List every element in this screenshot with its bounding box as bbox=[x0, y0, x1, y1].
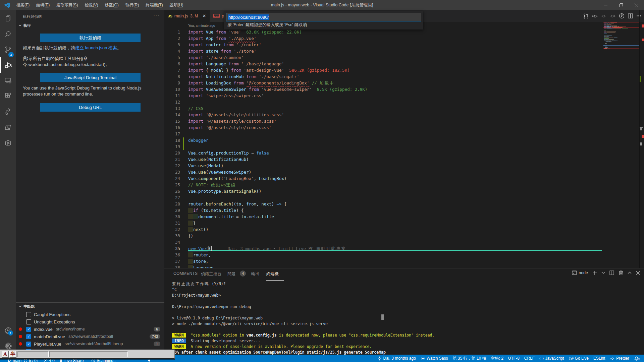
breakpoint-dot bbox=[19, 335, 22, 338]
sidebar-title: 執行與偵錯 bbox=[23, 14, 42, 19]
menu-T[interactable]: 終端機(T) bbox=[142, 0, 166, 10]
status--2[interactable]: 空格: 2 bbox=[488, 356, 505, 361]
split-editor-icon[interactable] bbox=[628, 13, 633, 18]
code-line: 7import { Modal } from 'ant-design-vue' … bbox=[164, 67, 603, 73]
create-launch-json-link[interactable]: 建立 launch.json 檔案 bbox=[75, 45, 117, 50]
open-changes-icon[interactable] bbox=[583, 13, 589, 19]
code-token: meta bbox=[249, 214, 259, 219]
debug-url-button[interactable]: Debug URL bbox=[40, 103, 141, 112]
menu-V[interactable]: 檢視(V) bbox=[81, 0, 101, 10]
js-debug-terminal-button[interactable]: JavaScript Debug Terminal bbox=[40, 73, 141, 82]
activity-explorer-icon[interactable] bbox=[0, 11, 16, 26]
breakpoint-checkbox[interactable]: ✓ bbox=[26, 342, 31, 347]
run-and-debug-button[interactable]: 執行並偵錯 bbox=[40, 34, 141, 42]
panel-tab-terminal[interactable]: 終端機 bbox=[266, 271, 279, 277]
breakpoint-row[interactable]: Caught Exceptions bbox=[16, 311, 164, 318]
codelens-blame[interactable]: You, a minute ago bbox=[188, 24, 215, 27]
code-line: 1import Vue from 'vue' 63.6K (gzipped: 2… bbox=[164, 29, 603, 35]
restore-button[interactable] bbox=[613, 0, 629, 10]
new-terminal-icon[interactable] bbox=[592, 270, 597, 275]
breakpoint-row[interactable]: ✓index.vuesrc\views\home6 bbox=[16, 325, 164, 333]
menu-G[interactable]: 移至(G) bbox=[101, 0, 122, 10]
maximize-panel-icon[interactable] bbox=[628, 271, 632, 275]
breakpoint-row[interactable]: ✓matchDetail.vuesrc\views\match\football… bbox=[16, 333, 164, 340]
breakpoint-checkbox[interactable] bbox=[26, 319, 31, 324]
breakpoint-row[interactable]: Uncaught Exceptions bbox=[16, 318, 164, 325]
split-terminal-icon[interactable] bbox=[609, 270, 614, 275]
status-eslint[interactable]: ESLint bbox=[591, 356, 607, 361]
minimize-button[interactable] bbox=[598, 0, 613, 10]
activity-extensions-icon[interactable] bbox=[0, 88, 16, 104]
breakpoint-checkbox[interactable] bbox=[26, 312, 31, 317]
overview-ruler[interactable] bbox=[639, 10, 644, 268]
ime-mode-button[interactable]: A bbox=[2, 351, 9, 358]
close-panel-icon[interactable] bbox=[636, 271, 640, 275]
code-viewport[interactable]: 1import Vue from 'vue' 63.6K (gzipped: 2… bbox=[164, 29, 603, 268]
line-text: import Vue from 'vue' 63.6K (gzipped: 22… bbox=[188, 29, 302, 35]
activity-run-debug-icon[interactable] bbox=[0, 57, 16, 73]
gitlens-icon[interactable] bbox=[619, 13, 625, 19]
line-text: // NOTE: 啟動ws連線 bbox=[188, 182, 236, 188]
code-token: . bbox=[196, 150, 199, 156]
activity-search-icon[interactable] bbox=[0, 26, 16, 42]
status-broadcast-icon[interactable]: Go Live bbox=[567, 356, 591, 361]
panel-tab-comments[interactable]: COMMENTS bbox=[173, 271, 198, 276]
status-utf-8[interactable]: UTF-8 bbox=[506, 356, 522, 361]
menu-H[interactable]: 說明(H) bbox=[166, 0, 187, 10]
code-token: import bbox=[188, 80, 203, 85]
status-crlf[interactable]: CRLF bbox=[522, 356, 537, 361]
chevron-down-icon[interactable] bbox=[601, 271, 605, 275]
code-token: meta bbox=[211, 208, 221, 213]
url-input[interactable]: http://localhost:8080/ bbox=[226, 13, 421, 21]
code-token: . bbox=[196, 157, 199, 162]
status-commit-icon[interactable]: Dai, 3 months ago bbox=[375, 356, 418, 361]
menu-F[interactable]: 檔案(F) bbox=[13, 0, 33, 10]
menu-R[interactable]: 執行(R) bbox=[122, 0, 143, 10]
previous-change-icon[interactable] bbox=[592, 13, 598, 19]
status-eye-icon[interactable]: Watch Sass bbox=[418, 356, 450, 361]
line-text: import NotificationHub from './base/sing… bbox=[188, 73, 299, 80]
code-token: 586.2K (gzipped: 182.5K) bbox=[284, 68, 350, 73]
line-number: 38 bbox=[164, 264, 180, 268]
sidebar-more-actions[interactable]: ··· bbox=[153, 12, 160, 18]
activity-remote-explorer-icon[interactable] bbox=[0, 73, 16, 88]
close-window-button[interactable] bbox=[629, 0, 644, 10]
status-double-check-icon[interactable]: Prettier bbox=[607, 356, 632, 361]
breakpoints-section-header[interactable]: 中斷點 bbox=[16, 303, 164, 310]
status-braces-icon[interactable]: { }JavaScript bbox=[537, 356, 566, 361]
breakpoint-checkbox[interactable]: ✓ bbox=[26, 327, 31, 332]
breakpoint-row[interactable]: ✓PlayerList.vuesrc\views\match\football\… bbox=[16, 340, 164, 348]
kill-terminal-icon[interactable] bbox=[619, 270, 623, 275]
menu-E[interactable]: 編輯(E) bbox=[33, 0, 53, 10]
line-text: Vue.use(NotificationHub) bbox=[188, 156, 249, 163]
minimap[interactable] bbox=[603, 19, 639, 268]
run-section-header[interactable]: 執行 bbox=[16, 22, 164, 29]
code-token bbox=[203, 93, 206, 98]
activity-live-share-icon[interactable] bbox=[0, 104, 16, 119]
activity-accounts-icon[interactable] bbox=[0, 323, 16, 338]
code-line: 38 Language, bbox=[164, 264, 603, 268]
breakpoint-checkbox[interactable]: ✓ bbox=[26, 334, 31, 339]
quick-input-hint: 按 'Enter' 鍵確認您的輸入或按 'Esc' 鍵取消 bbox=[226, 21, 421, 29]
menu-S[interactable]: 選取項目(S) bbox=[53, 0, 81, 10]
panel-tab-debug-console[interactable]: 偵錯主控台 bbox=[201, 271, 222, 277]
ime-language-bar[interactable]: A 半 bbox=[0, 350, 175, 359]
code-token: ) { bbox=[236, 208, 244, 213]
panel-tab-output[interactable]: 輸出 bbox=[251, 271, 260, 277]
code-line: 5import './base/common' bbox=[164, 54, 603, 61]
active-tab-underline bbox=[266, 280, 284, 281]
minimap-line bbox=[604, 29, 606, 29]
line-text: Vue.prototype.$startSignalR() bbox=[188, 188, 261, 194]
activity-hexagon-package-icon[interactable] bbox=[0, 135, 16, 151]
tab-main-js[interactable]: JS main.js 3, M ✕ bbox=[164, 10, 210, 22]
terminal-picker[interactable]: node bbox=[572, 270, 588, 275]
minimap-line bbox=[606, 25, 609, 25]
activity-powershell-icon[interactable] bbox=[0, 120, 16, 135]
panel-tab-problems[interactable]: 問題 bbox=[227, 271, 236, 277]
terminal[interactable]: 要終止批次工作嗎 (Y/N)?^CD:\Project\mayun.web>D:… bbox=[172, 281, 638, 355]
status-bell-icon[interactable] bbox=[632, 356, 641, 361]
status--35-10-[interactable]: 第 35 行，第 10 欄 bbox=[450, 356, 488, 361]
ime-width-button[interactable]: 半 bbox=[9, 351, 16, 358]
terminal-line: D:\Project\mayun.web> bbox=[172, 293, 221, 298]
close-tab-icon[interactable]: ✕ bbox=[202, 13, 206, 18]
